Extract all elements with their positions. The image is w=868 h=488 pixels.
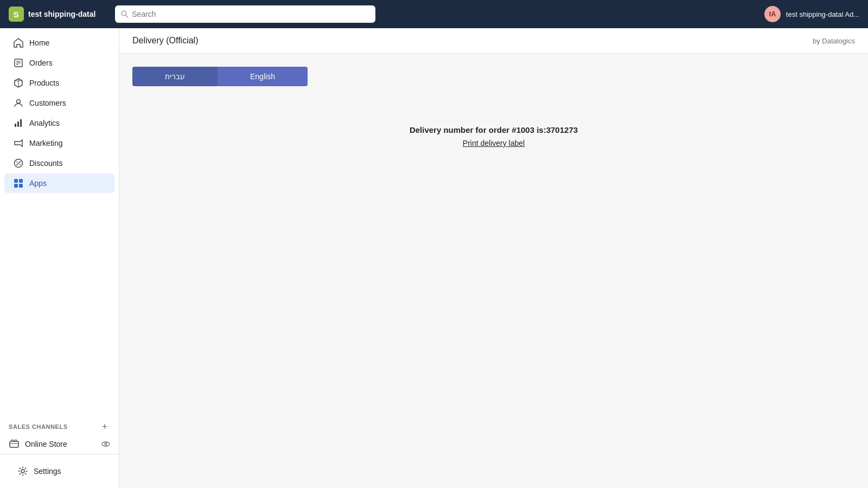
sidebar-item-products[interactable]: Products <box>4 73 114 93</box>
store-name: test shipping-datal <box>28 10 95 18</box>
hebrew-language-button[interactable]: עברית <box>132 67 218 86</box>
svg-text:S: S <box>13 10 18 19</box>
sidebar-item-discounts[interactable]: Discounts <box>4 153 114 173</box>
sidebar-item-label-analytics: Analytics <box>29 119 60 127</box>
sales-channels-section: SALES CHANNELS + <box>0 417 119 434</box>
sidebar-nav: Home Orders Products Customers <box>0 28 119 413</box>
sidebar-item-marketing[interactable]: Marketing <box>4 133 114 153</box>
sidebar-item-online-store[interactable]: Online Store <box>0 434 119 454</box>
svg-point-25 <box>105 443 107 445</box>
sidebar-item-label-apps: Apps <box>29 179 47 188</box>
svg-point-16 <box>16 162 17 163</box>
svg-rect-11 <box>15 124 16 127</box>
svg-point-26 <box>21 470 24 473</box>
sidebar-item-label-orders: Orders <box>29 59 53 67</box>
sidebar-item-label-marketing: Marketing <box>29 139 62 147</box>
sidebar-item-label-home: Home <box>29 38 49 47</box>
svg-rect-21 <box>19 184 23 188</box>
online-store-label: Online Store <box>25 440 67 448</box>
svg-rect-12 <box>17 121 19 127</box>
svg-point-24 <box>102 442 110 446</box>
print-label-link[interactable]: Print delivery label <box>463 139 525 147</box>
app-content: עברית English Delivery number for order … <box>119 54 868 182</box>
topbar: S test shipping-datal tA test shipping-d… <box>0 0 868 28</box>
analytics-icon <box>13 118 24 129</box>
products-icon <box>13 78 24 88</box>
sidebar-item-label-customers: Customers <box>29 99 66 107</box>
online-store-icon <box>9 439 20 450</box>
sidebar-item-customers[interactable]: Customers <box>4 93 114 113</box>
admin-name: test shipping-datal Ad... <box>786 10 859 18</box>
sidebar-item-label-discounts: Discounts <box>29 159 62 168</box>
svg-point-10 <box>17 100 21 104</box>
orders-icon <box>13 57 24 68</box>
svg-rect-18 <box>14 179 18 183</box>
search-input[interactable] <box>132 10 370 18</box>
sidebar-item-label-products: Products <box>29 79 59 87</box>
store-logo[interactable]: S test shipping-datal <box>9 7 106 22</box>
shopify-logo-icon: S <box>9 7 24 22</box>
delivery-number-text: Delivery number for order #1003 is:37012… <box>132 125 855 134</box>
svg-rect-19 <box>19 179 23 183</box>
sidebar-item-home[interactable]: Home <box>4 33 114 53</box>
sales-channels-label: SALES CHANNELS <box>9 423 68 430</box>
sidebar-item-settings[interactable]: Settings <box>9 461 110 481</box>
language-buttons: עברית English <box>132 67 855 86</box>
home-icon <box>13 37 24 48</box>
sidebar-item-label-settings: Settings <box>34 467 61 476</box>
svg-point-17 <box>20 164 21 165</box>
add-sales-channel-button[interactable]: + <box>99 421 110 432</box>
sidebar-item-analytics[interactable]: Analytics <box>4 113 114 133</box>
svg-line-3 <box>126 15 128 17</box>
sidebar-footer: Settings <box>0 454 119 488</box>
search-bar[interactable] <box>115 5 375 23</box>
svg-rect-20 <box>14 184 18 188</box>
discounts-icon <box>13 158 24 169</box>
svg-rect-22 <box>10 441 18 447</box>
app-title: Delivery (Official) <box>132 36 199 46</box>
settings-icon <box>17 466 28 477</box>
english-language-button[interactable]: English <box>218 67 308 86</box>
layout: Home Orders Products Customers <box>0 28 868 488</box>
svg-rect-13 <box>20 119 22 127</box>
topbar-right: tA test shipping-datal Ad... <box>764 6 859 22</box>
customers-icon <box>13 98 24 108</box>
main-content: Delivery (Official) by Datalogics עברית … <box>119 28 868 488</box>
sidebar-item-orders[interactable]: Orders <box>4 53 114 73</box>
sidebar-item-apps[interactable]: Apps <box>4 174 114 193</box>
app-header: Delivery (Official) by Datalogics <box>119 28 868 54</box>
apps-icon <box>13 178 24 189</box>
app-by: by Datalogics <box>813 37 855 45</box>
sidebar: Home Orders Products Customers <box>0 28 119 488</box>
avatar[interactable]: tA <box>764 6 781 22</box>
online-store-eye-button[interactable] <box>101 440 110 448</box>
marketing-icon <box>13 138 24 149</box>
delivery-info: Delivery number for order #1003 is:37012… <box>132 104 855 169</box>
search-icon <box>120 10 129 18</box>
